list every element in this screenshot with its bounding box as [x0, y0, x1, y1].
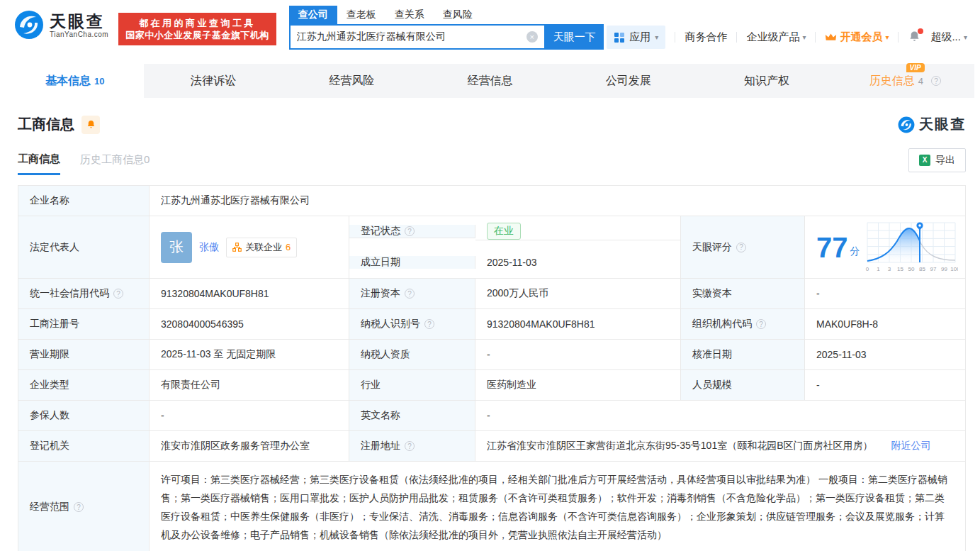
open-vip-label: 开通会员	[840, 30, 882, 44]
field-label-score: 天眼评分 ?	[681, 216, 805, 279]
help-icon[interactable]: ?	[74, 502, 84, 512]
field-value-score: 77 分	[805, 216, 966, 279]
tab-label: 法律诉讼	[191, 74, 236, 89]
subtab-business-info[interactable]: 工商信息	[18, 152, 60, 175]
search-input[interactable]	[297, 31, 526, 43]
top-right-nav: 应用 ▾ 商务合作 企业级产品 ▾ 开通会员 ▾ 超	[607, 26, 967, 49]
notifications-bell[interactable]	[908, 30, 921, 45]
field-label-staff-size: 人员规模	[681, 370, 805, 401]
score-label: 天眼评分	[692, 241, 732, 254]
help-icon[interactable]: ?	[113, 289, 123, 299]
nav-user-account[interactable]: 超级... ▾	[930, 30, 967, 44]
field-label-reg-capital: 注册资本 ?	[349, 279, 475, 309]
site-header: 天眼查 TianYanCha.com 都在用的商业查询工具 国家中小企业发展子基…	[0, 0, 980, 57]
help-icon[interactable]: ?	[405, 289, 415, 299]
divider	[736, 32, 737, 43]
tab-label: 公司发展	[606, 74, 651, 89]
field-label-legal-rep: 法定代表人	[18, 216, 150, 279]
tab-basic-info[interactable]: 基本信息 10	[6, 64, 144, 98]
business-scope-label: 经营范围	[30, 501, 69, 513]
search-tab-risk[interactable]: 查风险	[434, 6, 482, 24]
search-tabs: 查公司 查老板 查关系 查风险	[289, 6, 604, 24]
search-tab-boss[interactable]: 查老板	[337, 6, 385, 24]
help-icon[interactable]: ?	[931, 76, 941, 86]
field-value-staff-size: -	[805, 370, 966, 401]
subtab-history-business-info[interactable]: 历史工商信息0	[80, 153, 150, 175]
nav-open-vip[interactable]: 开通会员 ▾	[825, 30, 889, 44]
apps-menu[interactable]: 应用 ▾	[607, 26, 665, 49]
field-label-approval-date: 核准日期	[681, 340, 805, 370]
avatar[interactable]: 张	[161, 232, 192, 263]
business-coop-label: 商务合作	[685, 30, 727, 44]
field-label-credit-code: 统一社会信用代码 ?	[18, 279, 150, 309]
tab-legal-litigation[interactable]: 法律诉讼	[144, 64, 282, 98]
field-value-taxpayer-id: 91320804MAK0UF8H81	[475, 309, 681, 340]
field-value-company-type: 有限责任公司	[150, 370, 349, 401]
field-value-establish-date: 2025-11-03	[475, 257, 680, 268]
export-label: 导出	[935, 154, 955, 167]
help-icon[interactable]: ?	[756, 319, 766, 329]
svg-text:100: 100	[950, 266, 958, 272]
clear-search-icon[interactable]: ×	[526, 31, 538, 43]
field-value-taxpayer-quality: -	[475, 340, 681, 370]
enterprise-label: 企业级产品	[746, 30, 799, 44]
nav-business-coop[interactable]: 商务合作	[685, 30, 727, 44]
help-icon[interactable]: ?	[405, 441, 415, 451]
tianyancha-eye-icon	[14, 10, 44, 40]
subscribe-bell-button[interactable]	[81, 116, 100, 134]
apps-label: 应用	[629, 30, 650, 44]
field-value-business-scope: 许可项目：第三类医疗器械经营；第三类医疗设备租赁（依法须经批准的项目，经相关部门…	[150, 462, 966, 551]
nearby-companies-link[interactable]: 附近公司	[891, 440, 931, 452]
field-value-org-code: MAK0UF8H-8	[805, 309, 966, 340]
chevron-down-icon: ▾	[655, 33, 658, 41]
search-row: × 天眼一下	[289, 24, 604, 50]
section-header: 工商信息 天眼查	[18, 115, 966, 134]
field-value-reg-capital: 2000万人民币	[475, 279, 681, 309]
tab-label: 历史信息	[869, 74, 915, 87]
divider	[898, 32, 899, 43]
tab-label: 知识产权	[744, 74, 789, 89]
export-button[interactable]: X 导出	[908, 148, 966, 172]
tab-label: 经营信息	[467, 74, 512, 89]
nav-enterprise-products[interactable]: 企业级产品 ▾	[746, 30, 806, 44]
reg-address-label: 注册地址	[361, 440, 400, 452]
tab-operation-risk[interactable]: 经营风险	[283, 64, 421, 98]
svg-text:99: 99	[941, 266, 947, 272]
tianyancha-logo[interactable]: 天眼查 TianYanCha.com	[14, 10, 108, 40]
legal-rep-link[interactable]: 张傲	[199, 241, 219, 254]
search-button[interactable]: 天眼一下	[546, 24, 604, 50]
help-icon[interactable]: ?	[736, 243, 746, 252]
field-label-insured-count: 参保人数	[18, 401, 150, 431]
account-label: 超级...	[930, 30, 961, 44]
field-value-business-term: 2025-11-03 至 无固定期限	[150, 340, 349, 370]
org-code-label: 组织机构代码	[692, 318, 752, 330]
field-label-reg-address: 注册地址 ?	[349, 431, 475, 462]
help-icon[interactable]: ?	[405, 226, 415, 236]
related-companies-badge[interactable]: 关联企业 6	[226, 238, 297, 257]
tab-company-development[interactable]: 公司发展	[559, 64, 697, 98]
logo-text: 天眼查 TianYanCha.com	[50, 12, 108, 38]
apps-grid-icon	[614, 32, 625, 43]
field-label-establish-date: 成立日期	[349, 256, 475, 269]
tab-label: 经营风险	[329, 74, 374, 89]
tab-history-info[interactable]: 历史信息 VIP 4 ?	[836, 64, 974, 98]
field-value-insured-count: -	[150, 401, 349, 431]
related-count: 6	[286, 242, 291, 252]
svg-text:50: 50	[908, 266, 915, 272]
field-label-taxpayer-quality: 纳税人资质	[349, 340, 475, 370]
tab-intellectual-property[interactable]: 知识产权	[697, 64, 835, 98]
help-icon[interactable]: ?	[424, 319, 434, 329]
tianyancha-eye-icon	[898, 116, 915, 133]
chevron-down-icon: ▾	[802, 33, 806, 41]
field-value-legal-rep: 张 张傲 关联企业 6	[150, 216, 349, 279]
org-network-icon	[232, 243, 242, 252]
divider	[675, 32, 675, 43]
field-label-industry: 行业	[349, 370, 475, 401]
tab-operation-info[interactable]: 经营信息	[421, 64, 559, 98]
search-tab-company[interactable]: 查公司	[289, 6, 337, 24]
field-label-reg-authority: 登记机关	[18, 431, 150, 462]
search-tab-relation[interactable]: 查关系	[385, 6, 434, 24]
svg-text:3: 3	[888, 266, 891, 272]
taxpayer-id-label: 纳税人识别号	[361, 318, 420, 330]
chevron-down-icon: ▾	[964, 33, 967, 41]
